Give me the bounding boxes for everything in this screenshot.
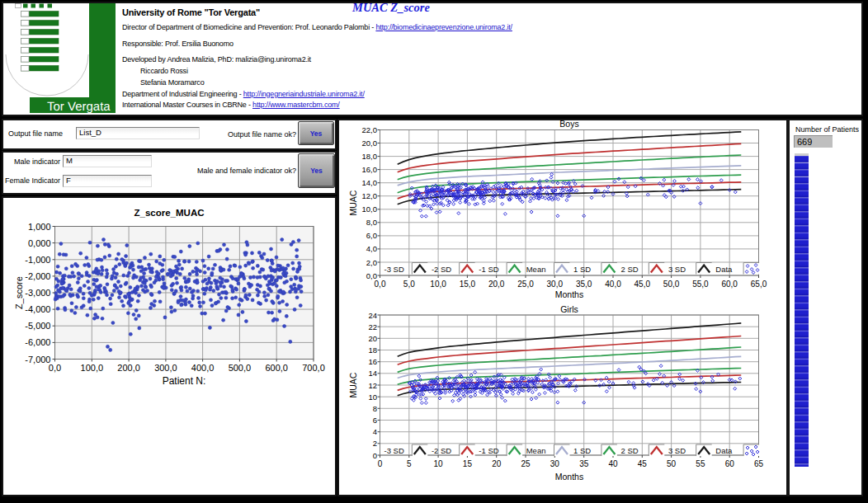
svg-text:50: 50 (667, 459, 677, 468)
svg-text:0: 0 (378, 459, 383, 468)
svg-text:500,0: 500,0 (229, 363, 252, 373)
svg-text:-6,000: -6,000 (25, 337, 50, 347)
svg-text:-4,000: -4,000 (25, 304, 50, 314)
svg-text:6,0: 6,0 (366, 231, 377, 240)
svg-text:-5,000: -5,000 (25, 321, 50, 331)
svg-text:Boys: Boys (559, 120, 578, 129)
svg-text:-1 SD: -1 SD (479, 265, 498, 274)
svg-text:0,0: 0,0 (375, 280, 386, 289)
svg-text:16: 16 (368, 357, 377, 366)
svg-text:Girls: Girls (560, 304, 578, 314)
svg-text:3 SD: 3 SD (668, 265, 686, 274)
svg-text:65,0: 65,0 (751, 280, 767, 289)
svg-text:4,0: 4,0 (366, 244, 377, 253)
svg-text:8,0: 8,0 (366, 218, 377, 227)
svg-text:16,0: 16,0 (362, 165, 378, 174)
svg-text:2,0: 2,0 (366, 258, 377, 267)
svg-text:100,0: 100,0 (81, 363, 104, 373)
svg-text:35: 35 (579, 459, 589, 468)
svg-text:-2 SD: -2 SD (432, 446, 451, 455)
svg-text:1,000: 1,000 (28, 222, 51, 232)
svg-text:Tor Vergata: Tor Vergata (47, 99, 111, 113)
svg-text:40: 40 (608, 459, 618, 468)
svg-text:10,0: 10,0 (430, 280, 446, 289)
svg-text:-3,000: -3,000 (25, 288, 50, 298)
svg-text:700,0: 700,0 (302, 363, 325, 373)
svg-text:5: 5 (407, 459, 412, 468)
svg-text:18,0: 18,0 (362, 152, 378, 161)
svg-text:-3 SD: -3 SD (384, 265, 404, 274)
svg-text:-3 SD: -3 SD (384, 446, 404, 455)
svg-text:65: 65 (754, 459, 764, 468)
svg-text:25,0: 25,0 (517, 280, 534, 289)
svg-text:22: 22 (368, 322, 377, 331)
svg-text:45: 45 (638, 459, 648, 468)
svg-text:-1 SD: -1 SD (479, 446, 498, 455)
svg-text:12,0: 12,0 (362, 191, 378, 200)
svg-text:10: 10 (368, 393, 377, 402)
svg-text:Data: Data (715, 265, 733, 274)
svg-text:5,0: 5,0 (403, 280, 415, 289)
svg-text:Z_score_MUAC: Z_score_MUAC (134, 208, 205, 218)
svg-text:30,0: 30,0 (547, 280, 564, 289)
svg-text:2: 2 (373, 439, 377, 448)
svg-text:3 SD: 3 SD (668, 446, 686, 455)
svg-text:20: 20 (368, 334, 377, 343)
svg-text:8: 8 (373, 404, 377, 413)
svg-text:1 SD: 1 SD (573, 446, 591, 455)
svg-text:0: 0 (373, 451, 377, 460)
svg-text:Months: Months (555, 289, 583, 299)
svg-text:24: 24 (368, 311, 377, 320)
svg-text:25: 25 (521, 459, 531, 468)
svg-text:-2 SD: -2 SD (432, 265, 451, 274)
svg-text:14: 14 (368, 369, 377, 378)
svg-text:15,0: 15,0 (460, 280, 476, 289)
svg-text:55: 55 (696, 459, 705, 468)
svg-text:55,0: 55,0 (692, 280, 709, 289)
svg-text:15: 15 (463, 459, 473, 468)
svg-text:40,0: 40,0 (605, 280, 621, 289)
svg-text:600,0: 600,0 (265, 363, 288, 373)
svg-text:60: 60 (725, 459, 735, 468)
svg-text:0,0: 0,0 (49, 363, 61, 373)
svg-text:1 SD: 1 SD (573, 265, 591, 274)
svg-text:200,0: 200,0 (117, 363, 140, 373)
svg-text:6: 6 (373, 416, 377, 425)
svg-text:Patient N:: Patient N: (163, 375, 206, 387)
svg-text:2 SD: 2 SD (621, 265, 639, 274)
svg-text:4: 4 (373, 427, 377, 436)
svg-text:Mean: Mean (526, 446, 546, 455)
svg-text:-1,000: -1,000 (25, 255, 50, 265)
svg-text:-7,000: -7,000 (25, 355, 50, 364)
svg-text:12: 12 (368, 381, 377, 390)
svg-text:10: 10 (434, 459, 444, 468)
svg-text:Z_score: Z_score (14, 276, 24, 309)
svg-text:-2,000: -2,000 (25, 271, 50, 281)
svg-text:400,0: 400,0 (191, 363, 215, 373)
svg-text:45,0: 45,0 (634, 280, 651, 289)
svg-text:MUAC: MUAC (348, 190, 358, 215)
svg-text:Months: Months (555, 472, 583, 482)
svg-text:10,0: 10,0 (362, 204, 378, 214)
svg-text:2 SD: 2 SD (621, 446, 639, 455)
svg-text:14,0: 14,0 (362, 178, 378, 187)
svg-text:18: 18 (368, 346, 377, 355)
svg-text:300,0: 300,0 (154, 363, 177, 373)
svg-text:MUAC: MUAC (348, 372, 358, 397)
svg-text:50,0: 50,0 (663, 280, 680, 289)
svg-text:Mean: Mean (526, 265, 546, 274)
svg-text:20,0: 20,0 (488, 280, 505, 289)
svg-text:60,0: 60,0 (721, 280, 738, 289)
svg-text:20,0: 20,0 (362, 139, 378, 148)
svg-text:30: 30 (550, 459, 560, 468)
svg-text:22,0: 22,0 (362, 125, 378, 134)
svg-text:Data: Data (715, 446, 733, 455)
svg-text:35,0: 35,0 (576, 280, 592, 289)
svg-text:20: 20 (492, 459, 502, 468)
svg-text:0,000: 0,000 (28, 238, 51, 248)
